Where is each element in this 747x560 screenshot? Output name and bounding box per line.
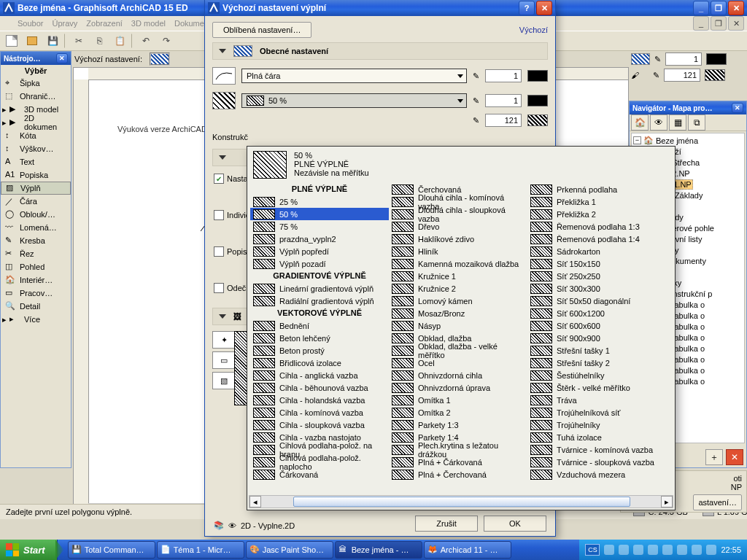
navigator-delete-button[interactable]: ✕ [726,449,743,465]
toolbox-item[interactable]: ▨ Výplň [1,182,71,195]
toolbox-item[interactable]: ✎ Kresba [1,234,71,247]
main-close-button[interactable]: ✕ [728,1,744,15]
fill-option[interactable]: Mosaz/Bronz [389,307,527,319]
toolbox-item[interactable]: ／ Čára [1,195,71,208]
toolbox-item[interactable]: A Text [1,155,71,168]
doc-restore-button[interactable]: ❐ [711,16,727,31]
navigator-view-project-icon[interactable]: 🏠 [631,114,649,131]
navprops-settings-button[interactable]: astavení… [693,494,742,510]
tray-icon[interactable] [706,545,716,555]
fill-option[interactable]: Síť 600x600 [527,319,666,332]
fill-option[interactable]: Střešní tašky 2 [527,357,666,369]
fill-type-combo[interactable]: 50 % [241,93,467,108]
fill-picker-scrollbar[interactable]: ◂ ▸ [249,495,673,508]
fill-option[interactable]: Tráva [527,394,666,406]
fill-option[interactable]: Šestiúhelníky [527,369,666,381]
fill-option[interactable]: Haklíkové zdivo [389,233,527,245]
reset-default-link[interactable]: Výchozí [519,26,548,34]
cancel-button[interactable]: Zrušit [415,516,478,532]
new-file-icon[interactable] [3,32,20,50]
redo-icon[interactable]: ↷ [158,32,175,50]
fill-option[interactable]: Cihla - sloupková vazba [250,419,389,431]
fill-option[interactable]: Dlouhá cihla - sloupková vazba [389,208,527,220]
fill-option[interactable]: Vzduchová mezera [527,468,666,481]
dialog-help-button[interactable]: ? [519,1,535,15]
tray-icon[interactable] [604,545,614,555]
checkbox[interactable] [214,210,224,220]
toolbox-item[interactable]: ↕ Výškov… [1,142,71,155]
pen-number-field[interactable]: 121 [664,69,700,82]
fill-option[interactable]: Břidlicová izolace [250,357,389,369]
fill-option[interactable]: 25 % [250,195,389,208]
bg-pen-field[interactable]: 121 [485,114,522,127]
fill-option[interactable]: Cihlová podlaha-polož. naplocho [250,456,389,468]
fill-option[interactable]: Beton lehčený [250,332,389,344]
undo-icon[interactable]: ↶ [137,32,155,50]
fill-origin-option[interactable]: ✦ [212,331,236,349]
tray-icon[interactable] [633,545,643,555]
pen-number-field[interactable]: 1 [665,52,702,66]
line-pen-field[interactable]: 1 [485,69,522,82]
taskbar-task[interactable]: 🏛Beze jména - … [335,541,422,559]
dialog-close-button[interactable]: ✕ [536,1,552,15]
navigator-view-publish-icon[interactable]: ⧉ [688,114,705,131]
fill-option[interactable]: Kružnice 2 [389,282,527,295]
doc-minimize-button[interactable]: _ [693,16,709,31]
tray-icon[interactable] [677,545,687,555]
fill-option[interactable]: Střešní tašky 1 [527,344,666,357]
toolbox-close-icon[interactable]: ✕ [56,53,68,63]
line-type-combo[interactable]: Plná čára [241,69,467,83]
fill-option[interactable]: Cihla - holandská vazba [250,394,389,406]
menu-item[interactable]: 3D model [131,19,166,28]
fill-pen-field[interactable]: 1 [485,94,522,107]
paste-icon[interactable]: 📋 [111,32,128,50]
copy-icon[interactable]: ⎘ [90,32,108,50]
fill-picker-dropdown[interactable]: 50 % PLNÉ VÝPLNĚ Nezávisle na měřítku PL… [247,146,676,510]
toolbox-item[interactable]: ◫ Pohled [1,260,71,273]
fill-option[interactable]: Parkety 1:3 [389,419,527,431]
fill-option[interactable]: Prkenná podlaha [527,183,666,195]
fill-option[interactable]: Ohnivzdorná úprava [389,381,527,394]
fill-option[interactable]: Štěrk - velké měřítko [527,381,666,394]
fill-option[interactable]: Síť 250x250 [527,270,666,282]
fill-option[interactable]: Kamenná mozaiková dlažba [389,257,527,270]
toolbox-item[interactable]: 🏠 Interiér… [1,273,71,287]
fill-option[interactable]: Lineární gradientová výplň [250,282,389,295]
fill-option[interactable]: Výplň popředí [250,245,389,257]
toolbox-item[interactable]: ▭ Pracov… [1,287,71,300]
tray-icon[interactable] [692,545,702,555]
fill-option[interactable]: Omítka 2 [389,406,527,419]
pen-color-chip[interactable] [705,69,725,81]
toolbox-item[interactable]: ◯ Oblouk/… [1,208,71,221]
cut-icon[interactable]: ✂ [70,32,88,50]
line-pen-color[interactable] [527,70,548,82]
checkbox[interactable]: ✔ [214,174,224,184]
toolbox-item[interactable]: ⬚ Ohranič… [1,90,71,103]
fill-option[interactable]: Hliník [389,245,527,257]
fill-option[interactable]: Plech.krytina s ležatou drážkou [389,443,527,456]
fill-option[interactable]: Cihla - anglická vazba [250,369,389,381]
scroll-right-icon[interactable]: ▸ [661,496,673,508]
fill-option[interactable]: Ohnivzdorná cihla [389,369,527,381]
navigator-titlebar[interactable]: Navigátor - Mapa pro… ✕ [630,101,746,114]
fill-option[interactable]: Obklad, dlažba - velké měřítko [389,344,527,357]
fill-option[interactable]: Překližka 2 [527,208,666,220]
fill-option[interactable]: Beton prostý [250,344,389,357]
taskbar-task[interactable]: 💾Total Comman… [68,541,155,559]
fill-option[interactable]: Síť 150x150 [527,257,666,270]
menu-item[interactable]: Úpravy [52,19,77,28]
fill-option[interactable]: prazdna_vypln2 [250,233,389,245]
main-maximize-button[interactable]: ❐ [711,1,727,15]
fill-option[interactable]: Plná + Čerchovaná [389,468,527,481]
tray-icon[interactable] [662,545,673,555]
fill-option[interactable]: Síť 50x50 diagonální [527,295,666,307]
toolbox-item[interactable]: ▸ ▶ 2D dokumen [1,116,71,129]
main-minimize-button[interactable]: _ [693,1,709,15]
navigator-view-layouts-icon[interactable]: ▦ [669,114,686,131]
taskbar-task[interactable]: 📄Téma 1 - Micr… [157,541,244,559]
tray-icon[interactable] [648,545,658,555]
toolbox-item[interactable]: ▸ ▸ Více [1,313,71,326]
toolbox-item[interactable]: A1 Popiska [1,168,71,182]
taskbar-clock[interactable]: 22:55 [721,545,741,554]
fill-option[interactable]: Výplň pozadí [250,257,389,270]
